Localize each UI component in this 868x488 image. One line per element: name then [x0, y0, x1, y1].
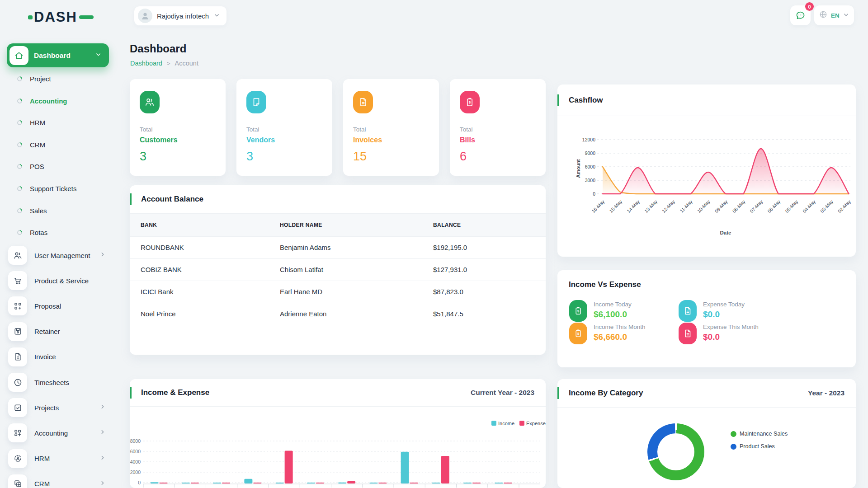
svg-text:9000: 9000 — [585, 150, 596, 156]
crm-icon — [8, 474, 27, 488]
panel-period: Current Year - 2023 — [471, 389, 534, 397]
chevron-right-icon — [99, 251, 106, 259]
sidebar-item-user-management[interactable]: User Management — [0, 246, 120, 265]
bullet-icon — [16, 97, 24, 104]
app-logo[interactable]: DASH — [28, 8, 94, 26]
income-vs-expense-panel: Income Vs Expense $Income Today$6,100.0E… — [557, 270, 856, 367]
sidebar-item-label: Retainer — [34, 328, 120, 335]
cashflow-chart: 120009000600030000Amount16-May15-May14-M… — [557, 116, 856, 254]
chevron-down-icon — [843, 11, 849, 20]
svg-text:$: $ — [577, 332, 579, 336]
sidebar-item-label: Projects — [34, 404, 99, 412]
expense-file-icon — [679, 300, 697, 322]
expense-file-icon — [679, 323, 697, 344]
sidebar-item-accounting[interactable]: Accounting — [0, 423, 120, 442]
sidebar-item-label: Product & Service — [34, 277, 120, 285]
sidebar-link-rotas[interactable]: Rotas — [0, 221, 120, 244]
sidebar-link-sales[interactable]: Sales — [0, 200, 120, 222]
retainer-icon — [8, 322, 27, 341]
stat-value: $6,660.0 — [594, 332, 646, 342]
stat-card-name: Customers — [140, 136, 216, 144]
svg-text:2000: 2000 — [130, 469, 141, 475]
balance-cell: $127,931.0 — [422, 258, 546, 281]
svg-text:12-May: 12-May — [661, 198, 676, 214]
legend-item-maintenance-sales: Maintenance Sales — [731, 431, 788, 437]
stat-card-value: 3 — [140, 150, 216, 164]
stat-card-invoices[interactable]: TotalInvoices15 — [343, 79, 439, 176]
table-row: COBIZ BANKChisom Latifat$127,931.0 — [130, 258, 546, 281]
svg-text:07-May: 07-May — [749, 198, 764, 214]
account-balance-panel: Account Balance BANK HOLDER NAME BALANCE… — [130, 185, 546, 355]
stat-expense-today: Expense Today$0.0 — [679, 300, 745, 322]
svg-text:12000: 12000 — [582, 137, 595, 142]
svg-text:Amount: Amount — [576, 159, 581, 178]
svg-text:Date: Date — [720, 230, 731, 235]
svg-text:$: $ — [469, 100, 471, 104]
sidebar-item-proposal[interactable]: Proposal — [0, 296, 120, 315]
stat-label: Income This Month — [594, 324, 646, 330]
sidebar-item-label: Invoice — [34, 353, 120, 361]
holder-cell: Benjamin Adams — [269, 236, 422, 258]
stat-card-label: Total — [140, 126, 216, 133]
stat-income-this-month: $Income This Month$6,660.0 — [569, 323, 646, 344]
chevron-down-icon — [95, 51, 102, 60]
stat-card-customers[interactable]: TotalCustomers3 — [130, 79, 226, 176]
sidebar-item-projects[interactable]: Projects — [0, 398, 120, 417]
svg-text:Expense: Expense — [526, 421, 546, 426]
sidebar-link-crm[interactable]: CRM — [0, 134, 120, 156]
sidebar-item-timesheets[interactable]: Timesheets — [0, 373, 120, 392]
bullet-icon — [16, 185, 24, 192]
accent-bar — [130, 193, 132, 205]
sidebar-link-support-tickets[interactable]: Support Tickets — [0, 178, 120, 200]
panel-title: Income & Expense — [141, 388, 471, 397]
messages-button[interactable]: 0 — [790, 5, 811, 25]
sidebar: Dashboard ProjectAccountingHRMCRMPOSSupp… — [0, 33, 120, 488]
holder-cell: Chisom Latifat — [269, 258, 422, 281]
svg-text:13-May: 13-May — [643, 198, 659, 214]
stat-label: Expense This Month — [703, 324, 759, 330]
stat-card-vendors[interactable]: TotalVendors3 — [236, 79, 332, 176]
svg-text:14-May: 14-May — [626, 198, 641, 214]
sidebar-item-dashboard[interactable]: Dashboard — [7, 43, 109, 67]
sidebar-item-label: Proposal — [34, 302, 120, 310]
stat-card-label: Total — [460, 126, 536, 133]
workspace-dropdown[interactable]: Rajodiya infotech — [134, 6, 227, 26]
sidebar-item-invoice[interactable]: Invoice — [0, 347, 120, 366]
sidebar-link-hrm[interactable]: HRM — [0, 112, 120, 134]
svg-text:08-May: 08-May — [731, 198, 746, 214]
svg-text:09-May: 09-May — [713, 198, 729, 214]
sidebar-item-crm[interactable]: CRM — [0, 474, 120, 488]
sidebar-link-label: POS — [30, 163, 44, 170]
column-balance: BALANCE — [422, 214, 546, 236]
sidebar-item-retainer[interactable]: Retainer — [0, 322, 120, 341]
svg-text:11-May: 11-May — [679, 198, 693, 213]
breadcrumb: Dashboard > Account — [130, 60, 198, 67]
bank-cell: ICICI Bank — [130, 281, 269, 303]
svg-text:6000: 6000 — [585, 164, 596, 169]
sidebar-item-product-service[interactable]: Product & Service — [0, 271, 120, 290]
logo-text: DASH — [34, 9, 77, 25]
table-row: ICICI BankEarl Hane MD$87,823.0 — [130, 281, 546, 303]
bullet-icon — [16, 119, 24, 127]
stat-card-bills[interactable]: $TotalBills6 — [450, 79, 546, 176]
sidebar-link-pos[interactable]: POS — [0, 155, 120, 178]
page-title: Dashboard — [130, 42, 186, 55]
sidebar-link-accounting[interactable]: Accounting — [0, 90, 120, 112]
account-balance-table: BANK HOLDER NAME BALANCE ROUNDBANKBenjam… — [130, 214, 546, 325]
chevron-right-icon — [99, 404, 106, 412]
svg-text:04-May: 04-May — [802, 198, 817, 214]
sidebar-item-hrm[interactable]: HRM — [0, 449, 120, 468]
svg-text:0: 0 — [593, 191, 595, 197]
vendors-icon — [246, 91, 266, 113]
sidebar-link-project[interactable]: Project — [0, 68, 120, 90]
stat-card-value: 6 — [460, 150, 536, 164]
breadcrumb-separator: > — [167, 60, 170, 67]
panel-title: Account Balance — [141, 195, 534, 204]
language-selector[interactable]: EN — [814, 5, 854, 25]
invoices-icon — [353, 91, 373, 113]
legend-label: Product Sales — [740, 443, 775, 450]
workspace-name: Rajodiya infotech — [157, 12, 209, 20]
sidebar-item-label: CRM — [34, 480, 99, 488]
breadcrumb-link-dashboard[interactable]: Dashboard — [130, 60, 162, 67]
svg-text:$: $ — [577, 309, 579, 313]
